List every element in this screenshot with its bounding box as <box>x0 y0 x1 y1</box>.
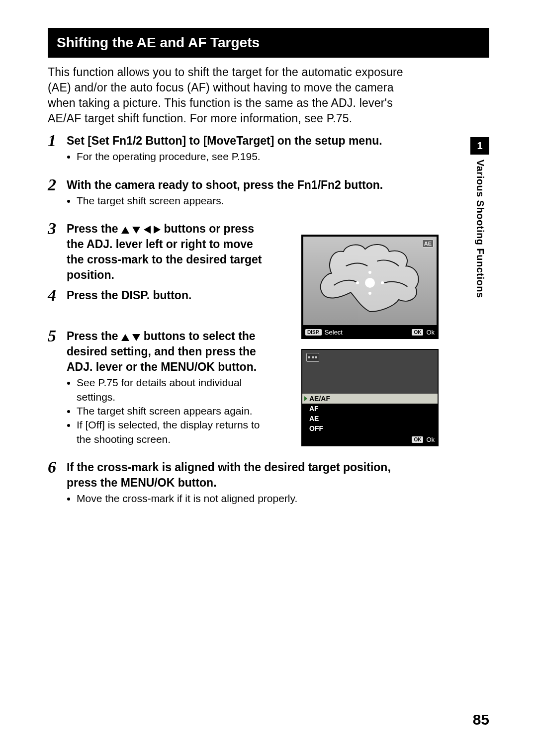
bullet: The target shift screen appears. <box>77 194 416 208</box>
step: 2 With the camera ready to shoot, press … <box>48 177 416 218</box>
step-heading-pre: Press the <box>67 222 121 235</box>
step: 6 If the cross-mark is aligned with the … <box>48 460 416 516</box>
preview-viewport: AE <box>303 237 437 325</box>
arrow-down-icon <box>132 334 140 341</box>
menu-bottom-bar: OK Ok <box>302 433 438 445</box>
step-heading: Press the buttons to select the desired … <box>67 329 270 375</box>
section-title: Shifting the AE and AF Targets <box>48 28 489 58</box>
ok-badge: OK <box>412 436 423 443</box>
step-number: 2 <box>48 176 67 193</box>
arrow-right-icon <box>154 226 161 234</box>
chapter-number: 1 <box>470 137 489 155</box>
menu-options: AE/AF AF AE OFF <box>302 394 438 433</box>
disp-badge: DISP. <box>305 329 322 336</box>
ok-label: Ok <box>426 329 435 336</box>
bullet: If [Off] is selected, the display return… <box>77 418 270 446</box>
step-number: 3 <box>48 220 67 237</box>
bullet: See P.75 for details about individual se… <box>77 376 270 404</box>
ok-label: Ok <box>426 436 435 443</box>
menu-option: AE/AF <box>302 394 438 404</box>
step-heading: Press the DISP. button. <box>67 288 270 303</box>
move-target-icon <box>306 353 319 362</box>
menu-option: AE <box>302 414 438 423</box>
preview-bottom-bar: DISP. Select OK Ok <box>302 326 438 338</box>
step-heading: If the cross-mark is aligned with the de… <box>67 460 416 491</box>
step-bullets: For the operating procedure, see P.195. <box>67 150 416 164</box>
target-shift-preview: AE DISP. Select OK Ok <box>301 235 439 339</box>
menu-option: OFF <box>302 423 438 433</box>
ae-indicator: AE <box>422 240 434 248</box>
target-mode-menu: AE/AF AF AE OFF OK Ok <box>301 349 439 446</box>
ok-badge: OK <box>412 329 423 336</box>
arrow-up-icon <box>121 334 129 341</box>
bullet: Move the cross-mark if it is not aligned… <box>77 492 416 505</box>
page-number: 85 <box>473 711 489 728</box>
step-number: 6 <box>48 459 67 476</box>
step-heading: Set [Set Fn1/2 Button] to [MoveTarget] o… <box>67 133 416 149</box>
disp-label: Select <box>325 329 343 336</box>
step-number: 5 <box>48 328 67 344</box>
arrow-down-icon <box>132 227 140 234</box>
bullet: For the operating procedure, see P.195. <box>77 150 416 164</box>
bullet: The target shift screen appears again. <box>77 404 270 418</box>
menu-header <box>302 350 438 394</box>
step-heading: Press the buttons or press the ADJ. leve… <box>67 221 270 283</box>
step-heading-pre: Press the <box>67 330 121 342</box>
menu-option: AF <box>302 404 438 414</box>
chapter-label: Various Shooting Functions <box>474 160 486 298</box>
cross-mark-icon <box>352 271 388 295</box>
arrow-left-icon <box>144 226 151 234</box>
manual-page: Shifting the AE and AF Targets This func… <box>0 0 537 756</box>
intro-paragraph: This function allows you to shift the ta… <box>48 65 416 126</box>
step-bullets: Move the cross-mark if it is not aligned… <box>67 492 416 505</box>
step-bullets: The target shift screen appears. <box>67 194 416 208</box>
step-bullets: See P.75 for details about individual se… <box>67 376 270 446</box>
chapter-tab: 1 Various Shooting Functions <box>470 137 489 298</box>
step: 1 Set [Set Fn1/2 Button] to [MoveTarget]… <box>48 133 416 174</box>
step-number: 1 <box>48 132 67 149</box>
arrow-up-icon <box>121 227 129 234</box>
step-heading: With the camera ready to shoot, press th… <box>67 177 416 193</box>
step-number: 4 <box>48 287 67 304</box>
